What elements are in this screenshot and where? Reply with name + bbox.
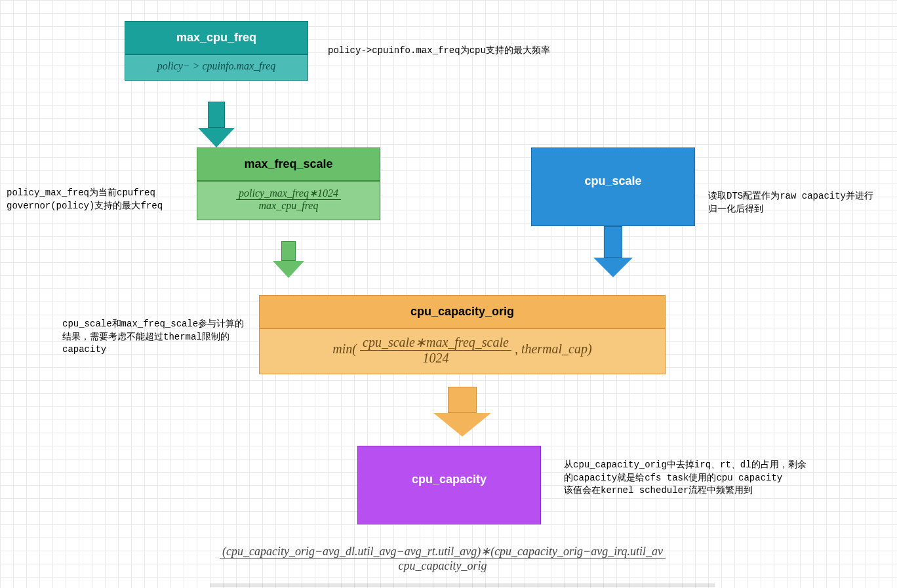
node-title: max_cpu_freq	[125, 22, 308, 55]
node-cpu-capacity-orig[interactable]: cpu_capacity_orig min( cpu_scale∗max_fre…	[259, 295, 666, 374]
node-max-cpu-freq[interactable]: max_cpu_freq policy− > cpuinfo.max_freq	[125, 21, 308, 81]
node-cpu-scale[interactable]: cpu_scale	[531, 147, 695, 226]
annotation-cpu-scale: 读取DTS配置作为raw capacity并进行归一化后得到	[708, 190, 879, 216]
node-title: cpu_capacity_orig	[260, 296, 665, 329]
node-title: cpu_capacity	[358, 446, 540, 513]
annotation-max-cpu-freq: policy->cpuinfo.max_freq为cpu支持的最大频率	[328, 45, 603, 58]
node-cpu-capacity[interactable]: cpu_capacity	[357, 446, 541, 524]
node-formula: policy_max_freq∗1024 max_cpu_freq	[197, 182, 380, 220]
annotation-cpu-capacity: 从cpu_capacity_orig中去掉irq、rt、dl的占用，剩余的cap…	[564, 459, 813, 498]
annotation-max-freq-scale: policy_max_freq为当前cpufreq governor(polic…	[7, 187, 197, 212]
node-formula: min( cpu_scale∗max_freq_scale 1024 , the…	[260, 329, 665, 374]
node-title: max_freq_scale	[197, 148, 380, 182]
bottom-formula: (cpu_capacity_orig−avg_dl.util_avg−avg_r…	[170, 544, 715, 573]
node-title: cpu_scale	[532, 148, 694, 214]
node-max-freq-scale[interactable]: max_freq_scale policy_max_freq∗1024 max_…	[197, 147, 380, 220]
bottom-shadow	[210, 583, 715, 587]
annotation-cpu-capacity-orig: cpu_scale和max_freq_scale参与计算的结果，需要考虑不能超过…	[62, 318, 252, 357]
node-formula: policy− > cpuinfo.max_freq	[125, 55, 308, 80]
